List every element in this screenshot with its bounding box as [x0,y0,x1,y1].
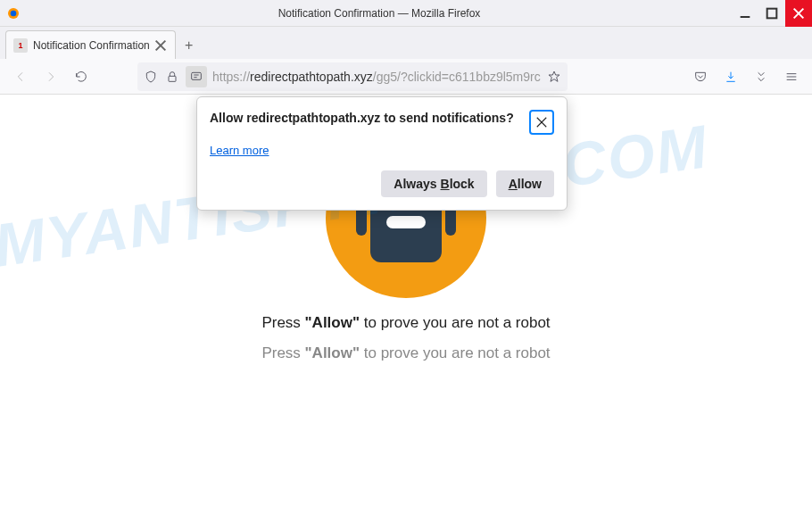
page-subline: Press "Allow" to prove you are not a rob… [261,344,550,362]
titlebar: Notification Confirmation — Mozilla Fire… [0,0,812,27]
page-headline: Press "Allow" to prove you are not a rob… [261,314,550,332]
permission-icon[interactable] [186,66,207,87]
notification-permission-popup: Allow redirectpathtopath.xyz to send not… [196,96,568,211]
permission-title: Allow redirectpathtopath.xyz to send not… [210,110,529,126]
back-button[interactable] [7,63,34,90]
tab-favicon-icon: 1 [13,38,28,53]
tab-close-icon[interactable] [153,38,168,53]
close-window-button[interactable] [785,0,812,27]
firefox-icon [0,0,27,27]
menu-icon[interactable] [778,63,805,90]
toolbar: https://redirectpathtopath.xyz/gg5/?clic… [0,59,812,95]
pocket-icon[interactable] [687,63,714,90]
reload-button[interactable] [68,63,95,90]
tab-label: Notification Confirmation [33,39,150,52]
permission-close-button[interactable] [529,110,554,135]
allow-button[interactable]: Allow [496,170,554,197]
overflow-icon[interactable] [748,63,775,90]
svg-point-1 [11,10,17,16]
forward-button[interactable] [37,63,64,90]
svg-rect-9 [192,72,202,79]
shield-icon[interactable] [143,69,159,85]
bookmark-star-icon[interactable] [546,69,562,85]
url-text: https://redirectpathtopath.xyz/gg5/?clic… [212,70,541,84]
svg-rect-8 [169,76,176,81]
lock-icon[interactable] [164,69,180,85]
tabbar: 1 Notification Confirmation + [0,27,812,59]
window-controls [732,0,812,27]
tab-notification-confirmation[interactable]: 1 Notification Confirmation [5,30,176,59]
maximize-button[interactable] [758,0,785,27]
learn-more-link[interactable]: Learn more [210,144,269,157]
new-tab-button[interactable]: + [176,32,203,59]
urlbar[interactable]: https://redirectpathtopath.xyz/gg5/?clic… [137,62,568,91]
always-block-button[interactable]: Always Block [381,170,486,197]
download-icon[interactable] [717,63,744,90]
svg-rect-3 [767,8,777,18]
minimize-button[interactable] [732,0,758,27]
window-title: Notification Confirmation — Mozilla Fire… [27,7,732,20]
